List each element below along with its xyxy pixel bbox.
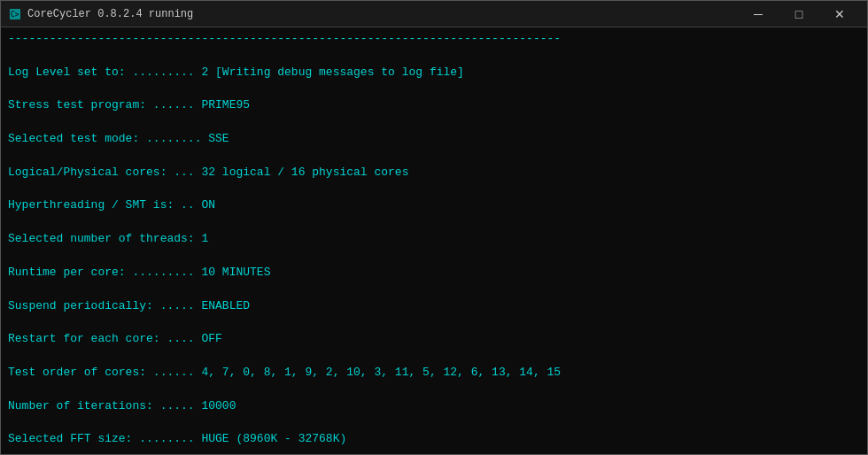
- terminal-line: Stress test program: ...... PRIME95: [8, 97, 860, 114]
- terminal-line: ----------------------------------------…: [8, 31, 860, 48]
- terminal-line: Selected number of threads: 1: [8, 231, 860, 248]
- close-button[interactable]: ✕: [819, 1, 860, 27]
- svg-text:C>: C>: [11, 11, 19, 19]
- title-bar-controls: ─ □ ✕: [738, 1, 860, 27]
- terminal-icon: C>: [8, 7, 22, 21]
- terminal-line: Logical/Physical cores: ... 32 logical /…: [8, 165, 860, 181]
- terminal-line: Restart for each core: .... OFF: [8, 331, 860, 348]
- terminal-line: Number of iterations: ..... 10000: [8, 398, 860, 415]
- terminal-line: Selected test mode: ........ SSE: [8, 131, 860, 148]
- terminal-line: Runtime per core: ......... 10 MINUTES: [8, 265, 860, 281]
- title-bar-title: CoreCycler 0.8.2.4 running: [27, 8, 193, 20]
- title-bar-left: C> CoreCycler 0.8.2.4 running: [8, 7, 193, 21]
- minimize-button[interactable]: ─: [738, 1, 779, 27]
- terminal-line: Suspend periodically: ..... ENABLED: [8, 298, 860, 315]
- terminal-line: Log Level set to: ......... 2 [Writing d…: [8, 65, 860, 81]
- title-bar: C> CoreCycler 0.8.2.4 running ─ □ ✕: [1, 1, 867, 27]
- app-window: C> CoreCycler 0.8.2.4 running ─ □ ✕ ----…: [0, 0, 868, 455]
- terminal-line: Hyperthreading / SMT is: .. ON: [8, 197, 860, 214]
- terminal-output: ----------------------------------------…: [1, 27, 867, 454]
- terminal-line: Selected FFT size: ........ HUGE (8960K …: [8, 431, 860, 448]
- maximize-button[interactable]: □: [779, 1, 819, 27]
- terminal-line: Test order of cores: ...... 4, 7, 0, 8, …: [8, 365, 860, 382]
